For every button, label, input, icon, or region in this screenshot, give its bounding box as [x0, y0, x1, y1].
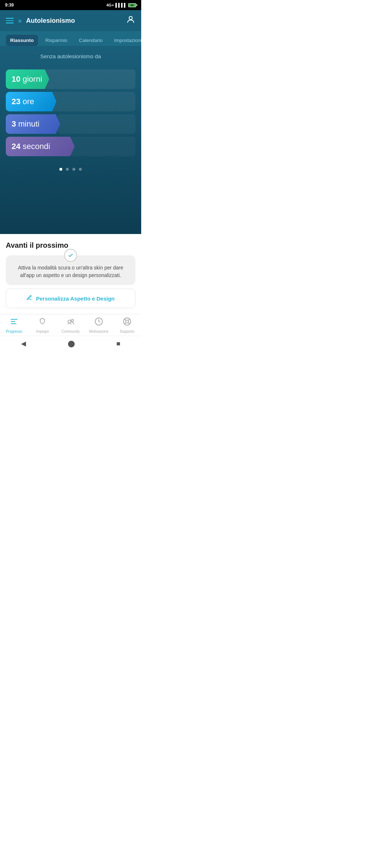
battery-icon: 90 [128, 3, 136, 7]
header-left: » Autolesionismo [6, 17, 75, 25]
section-title: Avanti il prossimo [6, 241, 135, 250]
motivazione-label: Motivazione [89, 329, 108, 333]
tabs-bar: Riassunto Risparmio Calendario Impostazi… [0, 31, 141, 46]
breadcrumb-arrow: » [18, 17, 22, 25]
seconds-bg-bar [71, 137, 135, 156]
main-card: Senza autolesionismo da 10 giorni 23 ore… [0, 46, 141, 234]
tab-calendario[interactable]: Calendario [75, 35, 107, 46]
supporto-icon [123, 317, 131, 328]
seconds-unit: secondi [22, 142, 50, 151]
hours-unit: ore [22, 97, 34, 106]
home-button[interactable]: ⬤ [68, 340, 75, 348]
status-bar: 9:39 4G+ ▌▌▌▌ 90 [0, 0, 141, 10]
hours-value: 23 [12, 97, 20, 106]
page-title: Autolesionismo [26, 17, 75, 25]
svg-point-0 [129, 16, 133, 20]
subtitle-text: Senza autolesionismo da [40, 53, 101, 59]
minutes-unit: minuti [18, 119, 39, 129]
tab-risparmio[interactable]: Risparmio [41, 35, 72, 46]
signal-text: 4G+ [106, 3, 114, 7]
minutes-value: 3 [12, 119, 16, 129]
stat-row-minutes: 3 minuti [6, 114, 135, 134]
pencil-icon [26, 295, 32, 302]
community-label: Community [62, 329, 80, 333]
app-header: » Autolesionismo [0, 10, 141, 31]
achievement-text: Attiva la modalità scura o un'altra skin… [12, 264, 129, 279]
achievement-card: Attiva la modalità scura o un'altra skin… [6, 255, 135, 285]
customize-button-text: Personalizza Aspetto e Design [36, 295, 114, 302]
minutes-bg-bar [58, 114, 135, 134]
days-unit: giorni [22, 75, 42, 84]
svg-line-8 [125, 319, 126, 320]
tab-impostazioni[interactable]: Impostazioni [110, 35, 141, 46]
stat-row-hours: 23 ore [6, 92, 135, 111]
tab-riassunto[interactable]: Riassunto [6, 35, 38, 46]
impegni-icon [38, 317, 47, 328]
stat-row-days: 10 giorni [6, 69, 135, 89]
nav-supporto[interactable]: Supporto [116, 317, 138, 333]
nav-impegni[interactable]: Impegni [31, 317, 53, 333]
supporto-label: Supporto [120, 329, 135, 333]
progresso-icon [10, 317, 18, 328]
check-circle [64, 249, 77, 262]
motivazione-icon [94, 317, 103, 328]
user-icon[interactable] [126, 15, 135, 26]
customize-button[interactable]: Personalizza Aspetto e Design [6, 289, 135, 308]
community-icon [66, 317, 75, 328]
bottom-nav: Progresso Impegni Community Moti [0, 314, 141, 336]
days-value: 10 [12, 75, 20, 84]
status-right: 4G+ ▌▌▌▌ 90 [106, 3, 136, 7]
seconds-value: 24 [12, 142, 20, 151]
stat-row-seconds: 24 secondi [6, 137, 135, 156]
nav-motivazione[interactable]: Motivazione [88, 317, 110, 333]
content-area: Avanti il prossimo Attiva la modalità sc… [0, 234, 141, 314]
dot-2[interactable] [66, 168, 69, 171]
svg-line-10 [128, 319, 130, 320]
stats-container: 10 giorni 23 ore 3 minuti 24 seco [6, 69, 135, 156]
hours-label: 23 ore [6, 92, 56, 111]
menu-button[interactable] [6, 18, 14, 24]
dot-3[interactable] [72, 168, 75, 171]
seconds-label: 24 secondi [6, 137, 75, 156]
days-label: 10 giorni [6, 69, 49, 89]
android-nav: ◀ ⬤ ■ [0, 336, 141, 351]
carousel-dots [59, 168, 82, 171]
dot-1[interactable] [59, 168, 62, 171]
nav-community[interactable]: Community [60, 317, 81, 333]
back-button[interactable]: ◀ [21, 340, 26, 348]
minutes-label: 3 minuti [6, 114, 60, 134]
progresso-label: Progresso [6, 329, 22, 333]
dot-4[interactable] [79, 168, 82, 171]
svg-point-7 [126, 320, 129, 323]
recents-button[interactable]: ■ [117, 340, 121, 348]
nav-progresso[interactable]: Progresso [3, 317, 25, 333]
svg-line-9 [128, 323, 130, 324]
svg-line-11 [125, 323, 126, 324]
impegni-label: Impegni [36, 329, 49, 333]
signal-bars: ▌▌▌▌ [115, 3, 127, 7]
svg-point-4 [68, 320, 71, 323]
svg-point-5 [71, 319, 73, 322]
status-time: 9:39 [5, 3, 14, 8]
